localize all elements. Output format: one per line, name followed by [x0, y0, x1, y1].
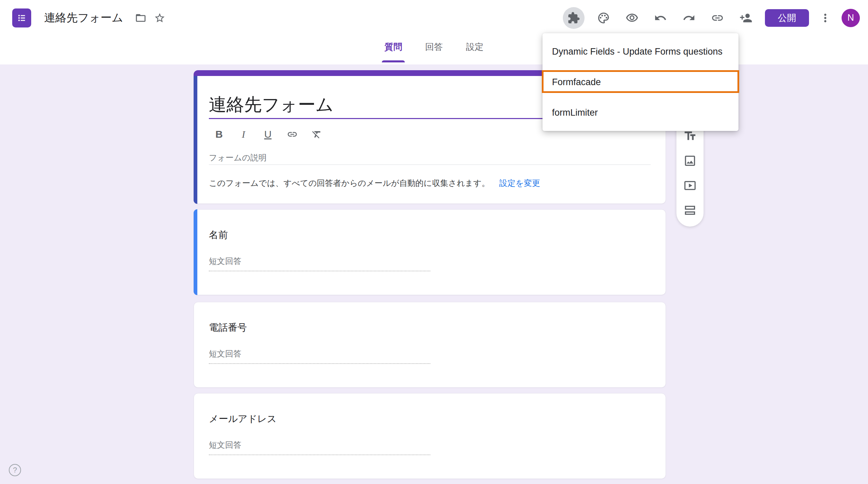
clear-format-icon — [311, 129, 322, 140]
form-description-field[interactable]: フォームの説明 — [209, 152, 267, 163]
question-card-name[interactable]: 名前 短文回答 — [194, 209, 666, 295]
selected-indicator-strip — [194, 76, 197, 204]
copy-link-button[interactable] — [708, 8, 727, 27]
account-avatar[interactable]: N — [842, 9, 860, 27]
image-icon — [683, 154, 697, 168]
short-answer-placeholder: 短文回答 — [209, 348, 241, 359]
change-settings-link[interactable]: 設定を変更 — [499, 178, 540, 189]
link-icon — [287, 129, 298, 140]
menu-item-formlimiter[interactable]: formLimiter — [542, 97, 738, 128]
puzzle-icon — [567, 12, 580, 24]
redo-button[interactable] — [679, 8, 698, 27]
menu-item-formfacade[interactable]: Formfacade — [542, 67, 738, 97]
preview-button[interactable] — [623, 8, 642, 27]
text-format-toolbar: B I U — [214, 126, 322, 142]
move-to-folder-button[interactable] — [131, 8, 150, 27]
person-add-icon — [739, 12, 752, 24]
addons-dropdown-menu: Dynamic Fields - Update Forms questions … — [542, 33, 738, 131]
link-icon — [711, 12, 724, 24]
customize-theme-button[interactable] — [594, 8, 613, 27]
folder-icon — [135, 12, 146, 24]
insert-link-button[interactable] — [287, 128, 298, 141]
more-options-button[interactable] — [818, 8, 832, 27]
italic-button[interactable]: I — [238, 128, 249, 141]
video-icon — [683, 179, 697, 192]
short-answer-placeholder: 短文回答 — [209, 440, 241, 450]
google-forms-logo[interactable] — [12, 8, 31, 27]
publish-button[interactable]: 公開 — [765, 9, 809, 27]
tab-responses[interactable]: 回答 — [421, 36, 447, 64]
bold-button[interactable]: B — [214, 128, 224, 141]
question-title[interactable]: 名前 — [209, 229, 228, 241]
add-title-button[interactable] — [683, 129, 697, 143]
palette-icon — [597, 12, 610, 24]
menu-item-dynamic-fields[interactable]: Dynamic Fields - Update Forms questions — [542, 36, 738, 67]
star-icon — [154, 12, 165, 24]
help-button[interactable]: ? — [9, 464, 21, 476]
question-title[interactable]: メールアドレス — [209, 412, 277, 425]
answer-underline — [209, 363, 430, 364]
eye-icon — [626, 12, 638, 24]
tab-questions[interactable]: 質問 — [380, 36, 406, 64]
short-answer-placeholder: 短文回答 — [209, 256, 241, 267]
add-section-button[interactable] — [683, 204, 697, 217]
add-image-button[interactable] — [683, 154, 697, 168]
question-card-email[interactable]: メールアドレス 短文回答 — [194, 393, 666, 479]
document-title[interactable]: 連絡先フォーム — [44, 10, 123, 25]
form-title-field[interactable]: 連絡先フォーム — [209, 93, 334, 117]
description-underline — [209, 164, 651, 165]
add-collaborators-button[interactable] — [736, 8, 755, 27]
add-video-button[interactable] — [683, 179, 697, 192]
question-card-phone[interactable]: 電話番号 短文回答 — [194, 302, 666, 388]
addons-button[interactable] — [563, 7, 585, 29]
undo-button[interactable] — [651, 8, 670, 27]
redo-icon — [683, 12, 695, 24]
tab-settings[interactable]: 設定 — [462, 36, 488, 64]
email-collection-notice: このフォームでは、すべての回答者からのメールが自動的に収集されます。 — [209, 178, 490, 189]
text-fields-icon — [683, 129, 697, 143]
forms-list-icon — [16, 12, 28, 24]
three-dots-icon — [819, 12, 832, 24]
question-title[interactable]: 電話番号 — [209, 321, 247, 334]
clear-formatting-button[interactable] — [311, 128, 322, 141]
answer-underline — [209, 454, 430, 455]
undo-icon — [654, 12, 667, 24]
answer-underline — [209, 271, 430, 271]
top-bar: 連絡先フォーム — [0, 0, 868, 36]
star-button[interactable] — [150, 8, 169, 27]
underline-button[interactable]: U — [262, 128, 273, 141]
selected-indicator-strip — [194, 209, 197, 295]
section-icon — [683, 204, 697, 217]
